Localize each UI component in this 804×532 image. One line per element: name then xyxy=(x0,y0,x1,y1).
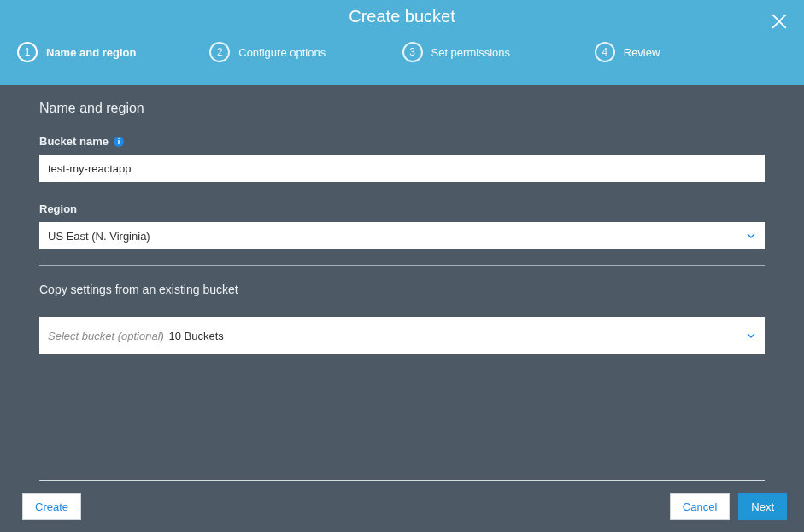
section-title: Name and region xyxy=(39,101,765,116)
info-icon[interactable]: i xyxy=(114,137,124,147)
bucket-name-label: Bucket name i xyxy=(39,135,765,148)
chevron-down-icon xyxy=(746,330,756,341)
step-number-icon: 2 xyxy=(209,42,230,62)
region-label: Region xyxy=(39,202,765,215)
step-label: Set permissions xyxy=(431,46,510,59)
modal-body: Name and region Bucket name i Region US … xyxy=(0,85,804,480)
copy-settings-select[interactable]: Select bucket (optional) 10 Buckets xyxy=(39,317,765,354)
create-button[interactable]: Create xyxy=(22,493,81,520)
modal-header: Create bucket 1 Name and region 2 Config… xyxy=(0,0,804,85)
copy-settings-value: Select bucket (optional) 10 Buckets xyxy=(48,330,224,342)
step-set-permissions[interactable]: 3 Set permissions xyxy=(402,42,595,62)
step-configure-options[interactable]: 2 Configure options xyxy=(209,42,402,62)
wizard-steps: 1 Name and region 2 Configure options 3 … xyxy=(0,42,804,62)
create-bucket-modal: Create bucket 1 Name and region 2 Config… xyxy=(0,0,804,532)
step-label: Configure options xyxy=(238,46,326,59)
step-number-icon: 3 xyxy=(402,42,423,62)
footer-right-group: Cancel Next xyxy=(670,493,787,520)
step-name-and-region[interactable]: 1 Name and region xyxy=(17,42,209,62)
step-review[interactable]: 4 Review xyxy=(595,42,787,62)
close-icon[interactable] xyxy=(770,12,789,31)
step-label: Review xyxy=(624,46,660,59)
copy-settings-placeholder: Select bucket (optional) xyxy=(48,330,164,342)
modal-title: Create bucket xyxy=(0,0,804,26)
copy-settings-count: 10 Buckets xyxy=(168,330,223,342)
region-select-value: US East (N. Virginia) xyxy=(48,230,150,243)
bucket-name-input[interactable] xyxy=(39,155,765,182)
region-select[interactable]: US East (N. Virginia) xyxy=(39,222,765,249)
modal-footer: Create Cancel Next xyxy=(0,481,804,532)
section-divider xyxy=(39,265,765,266)
step-label: Name and region xyxy=(46,46,136,59)
chevron-down-icon xyxy=(746,231,756,241)
next-button[interactable]: Next xyxy=(738,493,787,520)
cancel-button[interactable]: Cancel xyxy=(670,493,730,520)
bucket-name-label-text: Bucket name xyxy=(39,135,109,148)
copy-settings-label: Copy settings from an existing bucket xyxy=(39,283,765,296)
step-number-icon: 1 xyxy=(17,42,38,62)
step-number-icon: 4 xyxy=(595,42,615,62)
